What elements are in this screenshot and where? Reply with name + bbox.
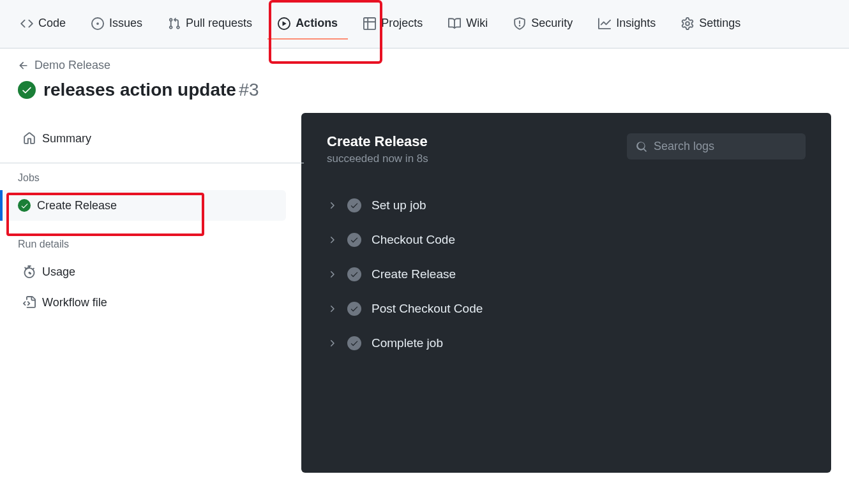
check-circle-icon	[347, 336, 361, 350]
nav-tab-label: Code	[38, 17, 66, 30]
sidebar-summary-label: Summary	[42, 132, 91, 145]
job-panel: Create Release succeeded now in 8s Set u…	[301, 113, 831, 473]
sidebar-workflow-file[interactable]: Workflow file	[18, 287, 286, 318]
step-row[interactable]: Checkout Code	[301, 223, 831, 257]
step-list: Set up job Checkout Code Create Release	[301, 188, 831, 360]
pull-request-icon	[168, 17, 181, 30]
job-header: Create Release succeeded now in 8s	[301, 133, 831, 165]
step-label: Set up job	[372, 198, 426, 212]
sidebar-usage-label: Usage	[42, 265, 75, 279]
step-label: Complete job	[372, 336, 443, 350]
search-logs-input[interactable]	[654, 140, 797, 153]
main-area: Summary Jobs Create Release Run details …	[0, 113, 849, 473]
run-number: #3	[239, 80, 259, 100]
step-label: Create Release	[372, 267, 456, 281]
sidebar-usage[interactable]: Usage	[18, 256, 286, 287]
sidebar-job-create-release[interactable]: Create Release	[0, 190, 286, 221]
home-icon	[23, 132, 36, 145]
step-row[interactable]: Set up job	[301, 188, 831, 223]
search-icon	[636, 141, 647, 152]
status-success-icon	[18, 81, 36, 99]
breadcrumb[interactable]: Demo Release	[18, 59, 831, 72]
step-label: Checkout Code	[372, 233, 455, 247]
check-circle-icon	[347, 302, 361, 316]
table-icon	[363, 17, 376, 30]
run-title-row: releases action update #3	[18, 80, 831, 100]
nav-tab-label: Projects	[381, 17, 423, 30]
check-circle-icon	[347, 267, 361, 281]
nav-tab-wiki[interactable]: Wiki	[438, 9, 498, 40]
shield-icon	[513, 17, 526, 30]
sidebar-job-label: Create Release	[37, 199, 117, 212]
page-header: Demo Release releases action update #3	[0, 48, 849, 113]
job-title: Create Release	[327, 133, 428, 150]
check-circle-icon	[18, 199, 31, 212]
sidebar-workflow-file-label: Workflow file	[42, 296, 107, 309]
chevron-right-icon	[327, 338, 337, 348]
step-row[interactable]: Create Release	[301, 257, 831, 292]
nav-tab-security[interactable]: Security	[503, 9, 583, 40]
check-circle-icon	[347, 233, 361, 247]
nav-tab-actions[interactable]: Actions	[267, 9, 348, 40]
stopwatch-icon	[23, 265, 36, 278]
nav-tab-code[interactable]: Code	[10, 9, 76, 40]
issues-icon	[91, 17, 104, 30]
job-subtitle: succeeded now in 8s	[327, 152, 428, 165]
step-label: Post Checkout Code	[372, 302, 483, 316]
step-row[interactable]: Post Checkout Code	[301, 292, 831, 326]
nav-tab-label: Security	[531, 17, 573, 30]
repo-nav: Code Issues Pull requests Actions Projec…	[0, 0, 849, 48]
nav-tab-issues[interactable]: Issues	[81, 9, 153, 40]
chevron-right-icon	[327, 235, 337, 245]
graph-icon	[598, 17, 611, 30]
nav-tab-settings[interactable]: Settings	[671, 9, 751, 40]
chevron-right-icon	[327, 304, 337, 314]
chevron-right-icon	[327, 200, 337, 211]
file-code-icon	[23, 296, 36, 309]
book-icon	[448, 17, 461, 30]
gear-icon	[681, 17, 694, 30]
nav-tab-label: Actions	[296, 17, 338, 30]
nav-tab-label: Insights	[616, 17, 656, 30]
check-circle-icon	[347, 198, 361, 212]
nav-tab-label: Settings	[699, 17, 740, 30]
step-row[interactable]: Complete job	[301, 326, 831, 360]
chevron-right-icon	[327, 269, 337, 279]
nav-tab-label: Wiki	[466, 17, 488, 30]
nav-tab-label: Issues	[109, 17, 142, 30]
run-title: releases action update	[43, 80, 236, 100]
play-icon	[278, 17, 290, 30]
sidebar-jobs-title: Jobs	[18, 163, 286, 190]
breadcrumb-label: Demo Release	[34, 59, 110, 72]
nav-tab-insights[interactable]: Insights	[588, 9, 666, 40]
code-icon	[20, 17, 33, 30]
nav-tab-projects[interactable]: Projects	[353, 9, 433, 40]
nav-tab-pull-requests[interactable]: Pull requests	[158, 9, 262, 40]
sidebar: Summary Jobs Create Release Run details …	[0, 113, 286, 473]
sidebar-summary[interactable]: Summary	[18, 123, 286, 154]
search-logs[interactable]	[627, 133, 806, 159]
arrow-left-icon	[18, 60, 29, 71]
sidebar-run-details-title: Run details	[18, 221, 286, 256]
nav-tab-label: Pull requests	[186, 17, 252, 30]
